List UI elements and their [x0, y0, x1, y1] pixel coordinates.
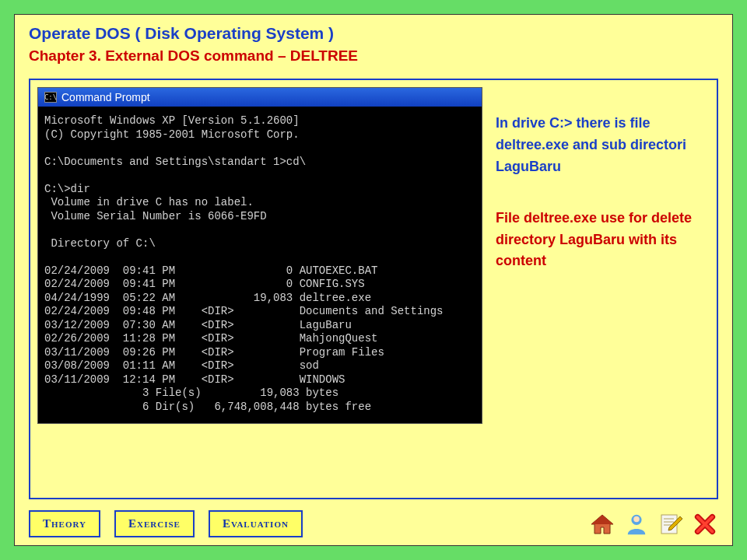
svg-marker-1: [591, 515, 613, 524]
cmd-icon: C:\: [44, 92, 57, 103]
exercise-button[interactable]: Exercise: [114, 510, 195, 537]
window-titlebar: C:\ Command Prompt: [38, 88, 482, 107]
window-title-text: Command Prompt: [61, 91, 150, 103]
command-prompt-output: Microsoft Windows XP [Version 5.1.2600] …: [38, 107, 482, 423]
command-prompt-window: C:\ Command Prompt Microsoft Windows XP …: [38, 88, 482, 423]
svg-point-3: [633, 516, 640, 522]
close-icon[interactable]: [692, 511, 718, 537]
explanation-text-1: In drive C:> there is file deltree.exe a…: [496, 113, 709, 178]
chapter-title: Chapter 3. External DOS command – DELTRE…: [29, 47, 718, 65]
explanation-text-2: File deltree.exe use for delete director…: [496, 208, 709, 273]
user-icon[interactable]: [623, 511, 650, 537]
page-card: Operate DOS ( Disk Operating System ) Ch…: [14, 14, 733, 546]
toolbar-icons: [589, 511, 718, 537]
bottom-bar: Theory Exercise Evaluation: [29, 510, 718, 537]
content-panel: C:\ Command Prompt Microsoft Windows XP …: [29, 79, 718, 499]
theory-button[interactable]: Theory: [29, 510, 100, 537]
page-title: Operate DOS ( Disk Operating System ): [29, 24, 718, 43]
evaluation-button[interactable]: Evaluation: [209, 510, 303, 537]
home-icon[interactable]: [589, 511, 615, 537]
explanation-panel: In drive C:> there is file deltree.exe a…: [496, 88, 709, 272]
edit-icon[interactable]: [658, 511, 684, 537]
